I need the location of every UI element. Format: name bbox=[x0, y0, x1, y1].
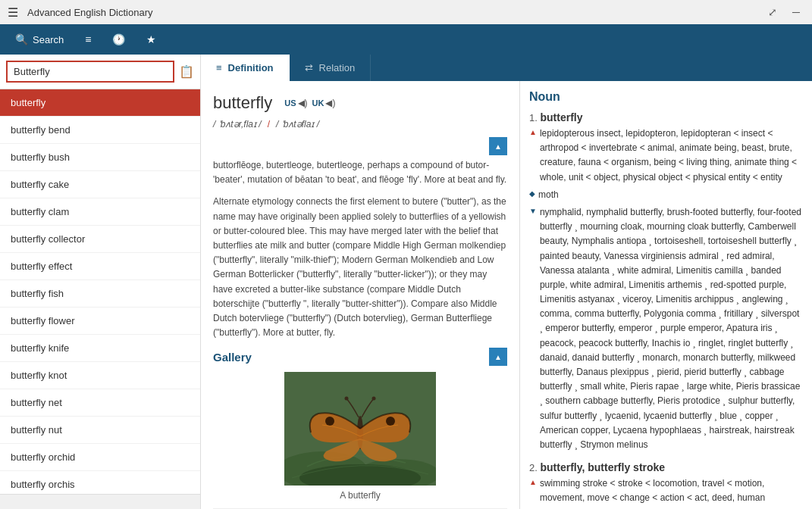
entry-num: 1. butterfly bbox=[529, 111, 803, 123]
relation-item: ◆moth bbox=[529, 188, 803, 202]
window-controls: ⤢ ─ bbox=[763, 5, 804, 20]
gallery-header: Gallery ▲ bbox=[213, 348, 507, 366]
tab-bar: ≡ Definition ⇄ Relation bbox=[201, 55, 812, 81]
relation-item: ▲swimming stroke < stroke < locomotion, … bbox=[529, 476, 803, 505]
sidebar: 📋 butterflybutterfly bendbutterfly bushb… bbox=[0, 55, 201, 509]
relation-tab-icon: ⇄ bbox=[305, 62, 313, 73]
word-item-butterfly-flower[interactable]: butterfly flower bbox=[0, 308, 200, 335]
word-item-butterfly-collector[interactable]: butterfly collector bbox=[0, 226, 200, 253]
up-icon: ▲ bbox=[529, 478, 537, 486]
gallery-caption: A butterfly bbox=[213, 490, 507, 501]
word-item-butterfly-knot[interactable]: butterfly knot bbox=[0, 362, 200, 389]
tab-relation[interactable]: ⇄ Relation bbox=[290, 55, 372, 81]
etymology-2: Alternate etymology connects the first e… bbox=[213, 195, 507, 340]
etymology-1: buttorflēoge, butertleoge, butertleoge, … bbox=[213, 158, 507, 187]
word-list: butterflybutterfly bendbutterfly bushbut… bbox=[0, 89, 200, 494]
tab-definition[interactable]: ≡ Definition bbox=[201, 55, 290, 81]
menu-icon[interactable]: ☰ bbox=[8, 5, 18, 20]
sidebar-bottom bbox=[0, 494, 200, 509]
word-item-butterfly-orchid[interactable]: butterfly orchid bbox=[0, 444, 200, 471]
toolbar: 🔍 Search ≡ 🕐 ★ bbox=[0, 24, 812, 55]
svg-point-5 bbox=[325, 417, 334, 426]
word-item-butterfly-fish[interactable]: butterfly fish bbox=[0, 280, 200, 308]
us-pronunciation[interactable]: US ◀) bbox=[284, 98, 307, 108]
relation-text: swimming stroke < stroke < locomotion, t… bbox=[540, 476, 803, 505]
relation-text: lepidopterous insect, lepidopteron, lepi… bbox=[540, 126, 803, 185]
definition-panel: butterfly US ◀) UK ◀) / ˈbʌtər,flaɪ / bbox=[201, 81, 520, 509]
word-item-butterfly-effect[interactable]: butterfly effect bbox=[0, 253, 200, 280]
svg-point-6 bbox=[386, 417, 395, 426]
list-icon: ≡ bbox=[85, 33, 91, 45]
word-item-butterfly-bush[interactable]: butterfly bush bbox=[0, 144, 200, 171]
word-title: butterfly bbox=[213, 93, 272, 113]
word-item-butterfly[interactable]: butterfly bbox=[0, 89, 200, 117]
noun-entry: 1. butterfly▲lepidopterous insect, lepid… bbox=[529, 111, 803, 452]
word-item-butterfly-cake[interactable]: butterfly cake bbox=[0, 171, 200, 198]
app-title: Advanced English Dictionary bbox=[27, 7, 754, 18]
word-item-butterfly-net[interactable]: butterfly net bbox=[0, 389, 200, 417]
entry-num: 2. butterfly, butterfly stroke bbox=[529, 461, 803, 473]
relation-text: nymphalid, nymphalid butterfly, brush-fo… bbox=[540, 205, 803, 452]
list-toolbar-btn[interactable]: ≡ bbox=[76, 29, 100, 50]
diamond-icon: ◆ bbox=[529, 189, 535, 198]
svg-point-8 bbox=[372, 397, 376, 401]
svg-point-7 bbox=[345, 397, 349, 401]
down-icon: ▼ bbox=[529, 207, 537, 215]
uk-pronunciation[interactable]: UK ◀) bbox=[312, 98, 336, 108]
relation-item: ▼nymphalid, nymphalid butterfly, brush-f… bbox=[529, 205, 803, 452]
noun-entry: 2. butterfly, butterfly stroke▲swimming … bbox=[529, 461, 803, 505]
search-box: 📋 bbox=[0, 55, 200, 89]
relation-entries: 1. butterfly▲lepidopterous insect, lepid… bbox=[529, 111, 803, 506]
history-icon: 🕐 bbox=[112, 33, 125, 45]
content-area: ≡ Definition ⇄ Relation butterfly US ◀) bbox=[201, 55, 812, 509]
up-icon: ▲ bbox=[529, 128, 537, 136]
word-item-butterfly-nut[interactable]: butterfly nut bbox=[0, 417, 200, 444]
search-input[interactable] bbox=[6, 61, 174, 83]
relation-panel: Noun 1. butterfly▲lepidopterous insect, … bbox=[520, 81, 812, 509]
gallery-up-btn[interactable]: ▲ bbox=[489, 348, 507, 366]
relation-item: ▲lepidopterous insect, lepidopteron, lep… bbox=[529, 126, 803, 185]
phonetic-text: / ˈbʌtər,flaɪ / / / ˈbʌtəflaɪ / bbox=[213, 119, 507, 130]
relation-section-title: Noun bbox=[529, 90, 803, 104]
star-icon: ★ bbox=[146, 33, 156, 45]
favorites-toolbar-btn[interactable]: ★ bbox=[137, 29, 165, 50]
butterfly-image bbox=[284, 372, 436, 486]
definition-tab-icon: ≡ bbox=[216, 62, 222, 73]
history-toolbar-btn[interactable]: 🕐 bbox=[103, 29, 134, 50]
minimize-button[interactable]: ─ bbox=[788, 5, 804, 20]
panels: butterfly US ◀) UK ◀) / ˈbʌtər,flaɪ / bbox=[201, 81, 812, 509]
relation-text: moth bbox=[538, 188, 559, 202]
restore-button[interactable]: ⤢ bbox=[763, 5, 782, 20]
word-item-butterfly-knife[interactable]: butterfly knife bbox=[0, 335, 200, 362]
search-copy-btn[interactable]: 📋 bbox=[179, 64, 194, 79]
titlebar: ☰ Advanced English Dictionary ⤢ ─ bbox=[0, 0, 812, 24]
word-header: butterfly US ◀) UK ◀) bbox=[213, 93, 507, 113]
word-item-butterfly-bend[interactable]: butterfly bend bbox=[0, 117, 200, 144]
word-item-butterfly-orchis[interactable]: butterfly orchis bbox=[0, 471, 200, 494]
scroll-up-btn[interactable]: ▲ bbox=[489, 137, 507, 155]
word-item-butterfly-clam[interactable]: butterfly clam bbox=[0, 198, 200, 226]
gallery-title: Gallery bbox=[213, 351, 252, 364]
search-icon: 🔍 bbox=[15, 33, 28, 45]
search-toolbar-btn[interactable]: 🔍 Search bbox=[6, 29, 73, 50]
main-layout: 📋 butterflybutterfly bendbutterfly bushb… bbox=[0, 55, 812, 509]
